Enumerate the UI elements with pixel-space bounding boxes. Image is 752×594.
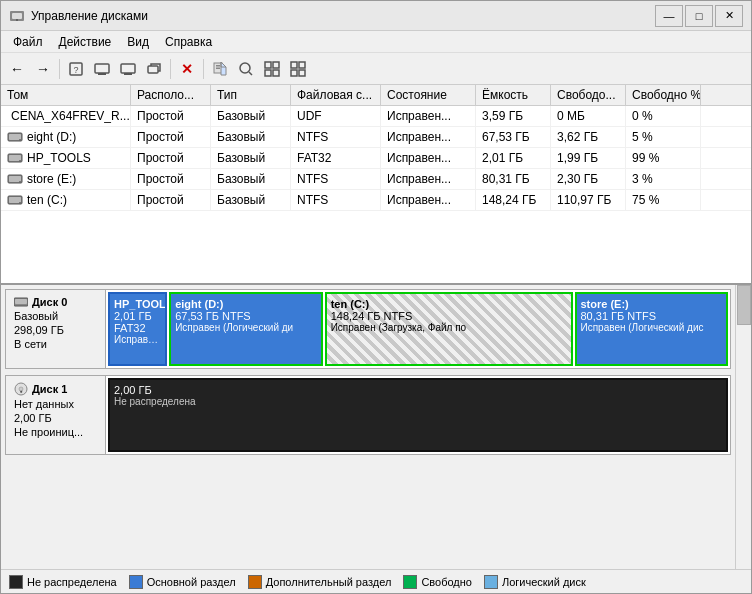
window-title: Управление дисками	[31, 9, 655, 23]
col-header-layout[interactable]: Располо...	[131, 85, 211, 105]
col-header-fs[interactable]: Файловая с...	[291, 85, 381, 105]
toolbar-btn-8[interactable]	[260, 57, 284, 81]
cell-layout-2: Простой	[131, 148, 211, 168]
menu-action[interactable]: Действие	[51, 33, 120, 51]
disk1-type: Нет данных	[14, 398, 97, 410]
maximize-button[interactable]: □	[685, 5, 713, 27]
partition-eight[interactable]: eight (D:) 67,53 ГБ NTFS Исправен (Логич…	[169, 292, 323, 366]
legend-label-extended: Дополнительный раздел	[266, 576, 392, 588]
toolbar-btn-2[interactable]: ?	[64, 57, 88, 81]
toolbar-sep-1	[59, 59, 60, 79]
legend-color-primary	[129, 575, 143, 589]
scrollbar-track[interactable]	[735, 285, 751, 569]
legend: Не распределена Основной раздел Дополнит…	[1, 569, 751, 593]
table-row[interactable]: eight (D:) Простой Базовый NTFS Исправен…	[1, 127, 751, 148]
partition-size: 67,53 ГБ NTFS	[175, 310, 317, 322]
svg-point-38	[19, 202, 21, 204]
toolbar-btn-4[interactable]	[116, 57, 140, 81]
disk0-partitions: HP_TOOLS 2,01 ГБ FAT32 Исправен (Систем …	[106, 290, 730, 368]
toolbar-btn-6[interactable]	[208, 57, 232, 81]
toolbar-btn-7[interactable]	[234, 57, 258, 81]
svg-point-29	[19, 139, 21, 141]
svg-rect-6	[98, 73, 106, 75]
disk1-label: ● Диск 1 Нет данных 2,00 ГБ Не проиниц..…	[6, 376, 106, 454]
close-button[interactable]: ✕	[715, 5, 743, 27]
menu-bar: Файл Действие Вид Справка	[1, 31, 751, 53]
legend-primary: Основной раздел	[129, 575, 236, 589]
cell-state-3: Исправен...	[381, 169, 476, 189]
window-icon	[9, 8, 25, 24]
cell-type-1: Базовый	[211, 127, 291, 147]
scrollbar-thumb[interactable]	[737, 285, 751, 325]
cell-freep-1: 5 %	[626, 127, 701, 147]
cell-name-4: ten (C:)	[1, 190, 131, 210]
svg-rect-16	[265, 62, 271, 68]
menu-file[interactable]: Файл	[5, 33, 51, 51]
partition-store[interactable]: store (E:) 80,31 ГБ NTFS Исправен (Логич…	[575, 292, 729, 366]
legend-label-free: Свободно	[421, 576, 472, 588]
partition-size: 2,01 ГБ FAT32	[114, 310, 161, 334]
legend-free: Свободно	[403, 575, 472, 589]
legend-label-logical: Логический диск	[502, 576, 586, 588]
svg-rect-9	[148, 66, 158, 73]
volume-table: Том Располо... Тип Файловая с... Состоян…	[1, 85, 751, 285]
legend-label-unallocated: Не распределена	[27, 576, 117, 588]
back-button[interactable]: ←	[5, 57, 29, 81]
disk-map-content: Диск 0 Базовый 298,09 ГБ В сети HP_TOOLS…	[1, 285, 735, 569]
svg-point-32	[19, 160, 21, 162]
toolbar-btn-3[interactable]	[90, 57, 114, 81]
svg-rect-19	[273, 70, 279, 76]
hd-icon	[14, 297, 28, 307]
partition-unallocated[interactable]: 2,00 ГБ Не распределена	[108, 378, 728, 452]
cell-name-3: store (E:)	[1, 169, 131, 189]
svg-rect-31	[9, 155, 21, 161]
toolbar-btn-5[interactable]	[142, 57, 166, 81]
hd-icon	[7, 173, 23, 185]
cell-layout-1: Простой	[131, 127, 211, 147]
cell-free-4: 110,97 ГБ	[551, 190, 626, 210]
window-controls: — □ ✕	[655, 5, 743, 27]
svg-rect-7	[121, 64, 135, 73]
cell-fs-2: FAT32	[291, 148, 381, 168]
minimize-button[interactable]: —	[655, 5, 683, 27]
table-body: CENA_X64FREV_R... Простой Базовый UDF Ис…	[1, 106, 751, 283]
cell-cap-2: 2,01 ГБ	[476, 148, 551, 168]
partition-hp-tools[interactable]: HP_TOOLS 2,01 ГБ FAT32 Исправен (Систем	[108, 292, 167, 366]
col-header-tom[interactable]: Том	[1, 85, 131, 105]
partition-size: 80,31 ГБ NTFS	[581, 310, 723, 322]
partition-size: 148,24 ГБ NTFS	[331, 310, 567, 322]
menu-view[interactable]: Вид	[119, 33, 157, 51]
svg-text:●: ●	[19, 388, 22, 394]
table-row[interactable]: store (E:) Простой Базовый NTFS Исправен…	[1, 169, 751, 190]
col-header-free[interactable]: Свободо...	[551, 85, 626, 105]
disk1-size: 2,00 ГБ	[14, 412, 97, 424]
svg-rect-28	[9, 134, 21, 140]
partition-ten[interactable]: ten (C:) 148,24 ГБ NTFS Исправен (Загруз…	[325, 292, 573, 366]
cell-state-0: Исправен...	[381, 106, 476, 126]
svg-rect-22	[291, 70, 297, 76]
table-row[interactable]: HP_TOOLS Простой Базовый FAT32 Исправен.…	[1, 148, 751, 169]
cell-name-2: HP_TOOLS	[1, 148, 131, 168]
forward-button[interactable]: →	[31, 57, 55, 81]
delete-button[interactable]: ✕	[175, 57, 199, 81]
table-row[interactable]: ten (C:) Простой Базовый NTFS Исправен..…	[1, 190, 751, 211]
col-header-capacity[interactable]: Ёмкость	[476, 85, 551, 105]
table-header: Том Располо... Тип Файловая с... Состоян…	[1, 85, 751, 106]
legend-color-free	[403, 575, 417, 589]
col-header-freep[interactable]: Свободно %	[626, 85, 701, 105]
col-header-state[interactable]: Состояние	[381, 85, 476, 105]
partition-name: store (E:)	[581, 298, 723, 310]
partition-name: HP_TOOLS	[114, 298, 161, 310]
main-content: Том Располо... Тип Файловая с... Состоян…	[1, 85, 751, 593]
menu-help[interactable]: Справка	[157, 33, 220, 51]
svg-marker-13	[221, 62, 226, 75]
col-header-type[interactable]: Тип	[211, 85, 291, 105]
hd-icon	[7, 194, 23, 206]
toolbar-btn-9[interactable]	[286, 57, 310, 81]
disk1-name: ● Диск 1	[14, 382, 97, 396]
table-row[interactable]: CENA_X64FREV_R... Простой Базовый UDF Ис…	[1, 106, 751, 127]
legend-color-unallocated	[9, 575, 23, 589]
cell-layout-4: Простой	[131, 190, 211, 210]
svg-rect-40	[15, 299, 27, 304]
disk0-row: Диск 0 Базовый 298,09 ГБ В сети HP_TOOLS…	[5, 289, 731, 369]
